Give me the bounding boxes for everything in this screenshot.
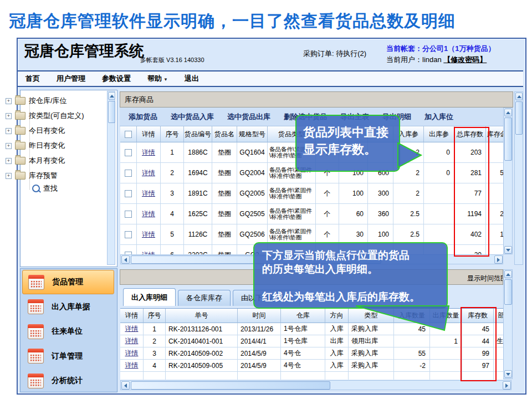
cell: 2014/4/1 bbox=[238, 335, 281, 347]
tree-item-search[interactable]: 查找 bbox=[32, 183, 58, 194]
nav-item[interactable]: 订单管理 bbox=[22, 344, 114, 369]
screenshot: 冠唐仓库管理软件显示明确，一目了然查看货品总数及明细 冠唐仓库管理系统 多帐套版… bbox=[0, 0, 532, 399]
inventory-vscrollbar[interactable] bbox=[503, 108, 513, 254]
tree-scrollbar[interactable] bbox=[107, 91, 115, 265]
column-header[interactable]: 仓库 bbox=[281, 309, 325, 323]
callout-text-line: 下方显示当前焦点行位置的货品 bbox=[262, 248, 439, 262]
column-header[interactable]: 方向 bbox=[325, 309, 349, 323]
scroll-up-icon[interactable] bbox=[515, 93, 523, 100]
detail-link[interactable]: 详情 bbox=[142, 230, 155, 239]
table-row: 详情31891C垫圈GQ2005备品备件\紧固件\标准件\垫圈个10030027… bbox=[120, 183, 503, 204]
expand-plus-icon[interactable] bbox=[6, 98, 12, 104]
column-header[interactable]: 时间 bbox=[238, 309, 281, 323]
tree-item[interactable]: 库存预警 bbox=[6, 170, 58, 181]
scroll-up-icon[interactable] bbox=[504, 109, 512, 116]
detail-link[interactable]: 详情 bbox=[125, 324, 139, 334]
table-row: 详情2CK-20140401-0012014/4/11号仓库出库领用出库144生… bbox=[120, 335, 503, 347]
cell: 垫圈 bbox=[212, 183, 237, 204]
cell: 采购入库 bbox=[349, 347, 394, 360]
tree-item[interactable]: 昨日有变化 bbox=[6, 140, 65, 151]
menu-item[interactable]: 帮助▼ bbox=[147, 74, 168, 84]
row-checkbox[interactable] bbox=[125, 190, 132, 197]
scroll-right-icon[interactable] bbox=[503, 381, 511, 390]
inventory-vscrollbar-thumb[interactable] bbox=[504, 117, 512, 161]
row-checkbox[interactable] bbox=[125, 211, 132, 218]
detail-link[interactable]: 详情 bbox=[142, 168, 155, 178]
cell: 详情 bbox=[120, 323, 144, 335]
menu-item[interactable]: 首页 bbox=[25, 74, 40, 84]
column-header[interactable]: 单号 bbox=[166, 309, 238, 323]
cell: 采购入库 bbox=[349, 360, 394, 372]
inventory-panel-title: 库存商品 bbox=[125, 95, 154, 105]
folder-icon bbox=[15, 112, 25, 120]
column-header[interactable]: 货品名 bbox=[212, 126, 237, 142]
row-checkbox[interactable] bbox=[125, 149, 132, 156]
menu-item[interactable]: 用户管理 bbox=[57, 74, 85, 84]
expand-plus-icon[interactable] bbox=[6, 143, 12, 149]
detail-link[interactable]: 详情 bbox=[125, 349, 139, 358]
tree-item[interactable]: 按类型(可自定义) bbox=[6, 110, 84, 121]
column-header[interactable]: 详情 bbox=[120, 309, 144, 323]
table-row bbox=[120, 372, 503, 380]
scroll-left-icon[interactable] bbox=[121, 255, 130, 264]
expand-plus-icon[interactable] bbox=[6, 158, 12, 164]
detail-link[interactable]: 详情 bbox=[142, 209, 155, 219]
content-vscrollbar-thumb[interactable] bbox=[515, 101, 523, 135]
tree-item[interactable]: 今日有变化 bbox=[6, 125, 65, 136]
nav-item[interactable]: 出入库单据 bbox=[22, 295, 114, 319]
row-checkbox[interactable] bbox=[125, 231, 132, 238]
select-all-checkbox[interactable] bbox=[125, 131, 132, 138]
expand-plus-icon[interactable] bbox=[6, 113, 12, 119]
cell: 1 bbox=[430, 335, 462, 347]
toolbar-button[interactable]: 选中货品入库 bbox=[171, 112, 214, 122]
scroll-down-icon[interactable] bbox=[504, 246, 512, 254]
detail-link[interactable]: 详情 bbox=[142, 189, 155, 198]
cell: 2 bbox=[393, 183, 424, 204]
column-header[interactable]: 序号 bbox=[144, 309, 166, 323]
detail-hscrollbar[interactable] bbox=[120, 380, 511, 390]
current-account: 当前帐套：分公司1（1万种货品） bbox=[386, 44, 495, 54]
detail-vscrollbar-thumb[interactable] bbox=[504, 279, 512, 305]
tree-item[interactable]: 按仓库/库位 bbox=[6, 95, 67, 106]
column-header[interactable]: 序号 bbox=[161, 126, 184, 142]
column-header[interactable]: 详情 bbox=[137, 126, 161, 142]
cell: 360 bbox=[368, 204, 393, 224]
callout-text-line: 红线处为每笔出入库后的库存数。 bbox=[262, 290, 439, 304]
tree-scrollbar-thumb[interactable] bbox=[108, 101, 115, 123]
row-checkbox[interactable] bbox=[125, 170, 132, 177]
column-header[interactable]: 规格型号 bbox=[237, 126, 268, 142]
content-vscrollbar[interactable] bbox=[514, 91, 523, 265]
cell: 60 bbox=[339, 204, 368, 224]
scroll-right-icon[interactable] bbox=[494, 255, 503, 264]
column-header[interactable]: 货品编号 bbox=[184, 126, 212, 142]
toolbar-button[interactable]: 选中货品出库 bbox=[227, 112, 270, 122]
tab[interactable]: 各仓库库存 bbox=[178, 290, 231, 306]
toolbar-button[interactable]: 加入库位 bbox=[424, 112, 453, 122]
nav-item[interactable]: 货品管理 bbox=[22, 270, 114, 294]
tree-item-label: 查找 bbox=[43, 183, 58, 193]
menu-item[interactable]: 参数设置 bbox=[102, 74, 131, 84]
change-password-link[interactable]: 【修改密码】 bbox=[443, 55, 487, 64]
detail-hscrollbar-thumb[interactable] bbox=[131, 381, 330, 390]
menu-item[interactable]: 退出 bbox=[185, 74, 199, 84]
scroll-up-icon[interactable] bbox=[504, 270, 512, 278]
expand-plus-icon[interactable] bbox=[6, 173, 12, 179]
nav-item[interactable]: 分析统计 bbox=[22, 369, 114, 393]
toolbar-button[interactable]: 添加货品 bbox=[129, 112, 157, 122]
tree-item[interactable]: 本月有变化 bbox=[6, 155, 65, 166]
cell bbox=[394, 335, 430, 347]
nav-item[interactable]: 往来单位 bbox=[22, 319, 114, 344]
detail-link[interactable]: 详情 bbox=[142, 250, 155, 255]
scroll-left-icon[interactable] bbox=[121, 381, 130, 390]
column-header[interactable]: 出库参 bbox=[424, 126, 454, 142]
scroll-up-icon[interactable] bbox=[108, 92, 115, 100]
cell: 1891C bbox=[184, 183, 212, 204]
cell: 1886C bbox=[184, 142, 212, 163]
detail-vscrollbar[interactable] bbox=[503, 269, 513, 379]
scroll-down-icon[interactable] bbox=[504, 370, 512, 378]
tab[interactable]: 出入库明细 bbox=[123, 288, 176, 306]
expand-plus-icon[interactable] bbox=[6, 128, 12, 134]
detail-link[interactable]: 详情 bbox=[125, 336, 139, 346]
detail-link[interactable]: 详情 bbox=[142, 148, 155, 157]
detail-link[interactable]: 详情 bbox=[125, 361, 139, 370]
